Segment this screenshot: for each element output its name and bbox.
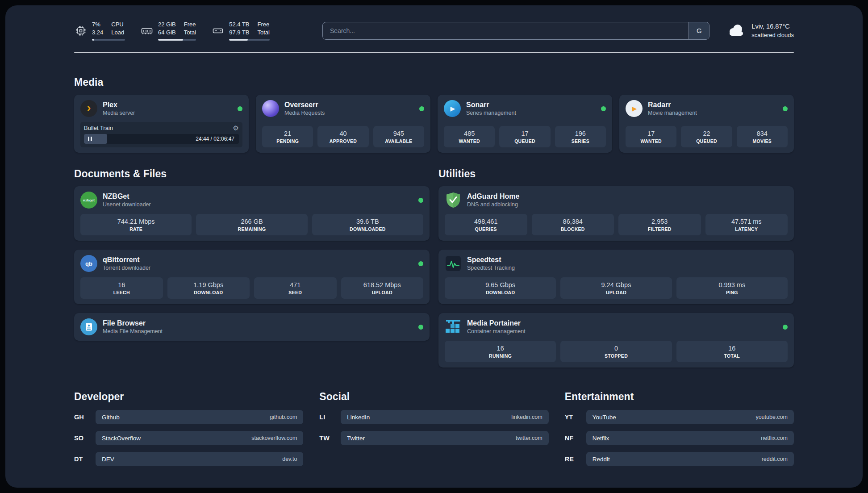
link-linkedin[interactable]: LinkedIn linkedin.com <box>341 410 548 424</box>
stat-value: 498,461 <box>474 218 497 225</box>
overseerr-card[interactable]: Overseerr Media Requests 21 PENDING 40 A… <box>256 95 430 153</box>
stat-box: 2,953 FILTERED <box>618 214 701 235</box>
filebrowser-card[interactable]: File Browser Media File Management <box>74 313 430 341</box>
stat-value: 2,953 <box>651 218 668 225</box>
link-url: twitter.com <box>516 435 542 441</box>
app-name: Overseerr <box>284 101 414 109</box>
disk-usage-bar-fill <box>229 39 248 41</box>
stat-label: LATENCY <box>735 226 758 232</box>
linkedin-abbr-icon: LI <box>319 414 341 421</box>
stat-value: 9.24 Gbps <box>601 281 631 288</box>
playback-progress-bar[interactable]: 24:44 / 02:06:47 <box>84 134 239 144</box>
link-youtube[interactable]: YouTube youtube.com <box>586 410 794 424</box>
nzbget-card[interactable]: NZBGet Usenet downloader 744.21 Mbps RAT… <box>74 186 430 241</box>
stat-box: 618.52 Mbps UPLOAD <box>341 277 424 299</box>
now-playing-title: Bullet Train <box>84 125 113 131</box>
stat-label: STOPPED <box>605 353 628 359</box>
stat-box: 485 WANTED <box>444 126 495 147</box>
portainer-card[interactable]: Media Portainer Container management 16 … <box>438 313 794 368</box>
link-dev[interactable]: DEV dev.to <box>96 452 303 466</box>
link-reddit[interactable]: Reddit reddit.com <box>586 452 794 466</box>
link-github[interactable]: Github github.com <box>96 410 303 424</box>
weather-widget: Lviv, 16.87°C scattered clouds <box>726 22 794 39</box>
stat-box: 16 LEECH <box>80 277 163 299</box>
adguard-card[interactable]: AdGuard Home DNS and adblocking 498,461 … <box>438 186 794 241</box>
link-row: TW Twitter twitter.com <box>319 431 548 445</box>
status-dot <box>601 106 606 111</box>
speedtest-card[interactable]: Speedtest Speedtest Tracking 9.65 Gbps D… <box>438 250 794 304</box>
stat-value: 618.52 Mbps <box>363 281 401 288</box>
radarr-card[interactable]: Radarr Movie management 17 WANTED 22 QUE… <box>619 95 794 153</box>
link-name: StackOverflow <box>102 435 141 442</box>
cpu-usage-bar-fill <box>92 39 94 41</box>
stat-label: MOVIES <box>752 138 772 144</box>
qbittorrent-card[interactable]: qBittorrent Torrent downloader 16 LEECH … <box>74 250 430 304</box>
stat-label: AVAILABLE <box>385 138 412 144</box>
stat-box: 17 QUEUED <box>499 126 550 147</box>
link-url: dev.to <box>282 456 297 462</box>
stat-label: WANTED <box>641 138 662 144</box>
adguard-icon <box>445 192 462 209</box>
pause-icon[interactable] <box>88 137 92 141</box>
plex-icon <box>80 100 97 117</box>
search-bar: G <box>322 22 709 40</box>
cpu-load-label: Load <box>111 29 124 37</box>
stat-label: SEED <box>288 290 302 295</box>
search-engine-button[interactable]: G <box>689 22 709 39</box>
stat-box: 0.993 ms PING <box>676 277 788 299</box>
sonarr-card[interactable]: Sonarr Series management 485 WANTED 17 Q… <box>438 95 612 153</box>
app-desc: Usenet downloader <box>103 201 413 208</box>
playback-time: 24:44 / 02:06:47 <box>196 136 234 142</box>
weather-condition: scattered clouds <box>751 31 794 39</box>
stat-value: 196 <box>575 130 586 137</box>
stat-box: 47.571 ms LATENCY <box>705 214 788 235</box>
stat-value: 945 <box>393 130 404 137</box>
app-name: Speedtest <box>467 256 788 264</box>
system-metrics: 7% 3.24 CPU Load <box>74 21 270 41</box>
stat-label: TOTAL <box>724 353 740 359</box>
link-url: reddit.com <box>762 456 788 462</box>
stat-box: 498,461 QUERIES <box>445 214 527 235</box>
cpu-icon <box>74 24 88 38</box>
stat-box: 9.65 Gbps DOWNLOAD <box>445 277 556 299</box>
plex-card[interactable]: Plex Media server Bullet Train ⚙ 24:44 /… <box>74 95 249 153</box>
stackoverflow-abbr-icon: SO <box>74 435 96 442</box>
link-netflix[interactable]: Netflix netflix.com <box>586 431 794 445</box>
link-url: github.com <box>270 414 297 420</box>
stat-value: 22 <box>703 130 710 137</box>
stat-box: 39.6 TB DOWNLOADED <box>312 214 423 235</box>
app-desc: Speedtest Tracking <box>467 265 788 271</box>
stat-value: 266 GB <box>241 218 263 225</box>
stat-value: 834 <box>757 130 768 137</box>
stat-box: 17 WANTED <box>626 126 676 147</box>
section-title-entertainment: Entertainment <box>565 391 794 403</box>
stat-box: 471 SEED <box>254 277 337 299</box>
dev-abbr-icon: DT <box>74 455 96 463</box>
app-name: qBittorrent <box>103 256 413 264</box>
stat-value: 744.21 Mbps <box>117 218 155 225</box>
app-name: Radarr <box>648 101 777 109</box>
stat-label: LEECH <box>113 290 130 295</box>
disk-usage-bar <box>229 39 270 41</box>
ram-metric: 22 GiB 64 GiB Free Total <box>140 21 196 41</box>
stat-value: 9.65 Gbps <box>485 281 515 288</box>
stat-box: 9.24 Gbps UPLOAD <box>560 277 672 299</box>
stat-box: 196 SERIES <box>555 126 606 147</box>
link-twitter[interactable]: Twitter twitter.com <box>341 431 548 445</box>
stat-label: DOWNLOAD <box>194 290 223 295</box>
stat-label: PENDING <box>276 138 299 144</box>
status-dot <box>418 198 423 203</box>
link-stackoverflow[interactable]: StackOverflow stackoverflow.com <box>96 431 303 445</box>
link-url: linkedin.com <box>511 414 542 420</box>
section-title-social: Social <box>319 391 548 403</box>
gear-icon[interactable]: ⚙ <box>233 125 239 131</box>
stat-label: FILTERED <box>648 226 672 232</box>
overseerr-icon <box>262 100 279 117</box>
ram-usage-bar <box>158 39 196 41</box>
search-input[interactable] <box>323 22 689 39</box>
stat-label: QUEUED <box>514 138 535 144</box>
github-abbr-icon: GH <box>74 414 96 421</box>
ram-free-value: 22 GiB <box>158 21 176 29</box>
stat-label: QUEUED <box>696 138 717 144</box>
stat-value: 16 <box>118 281 125 288</box>
